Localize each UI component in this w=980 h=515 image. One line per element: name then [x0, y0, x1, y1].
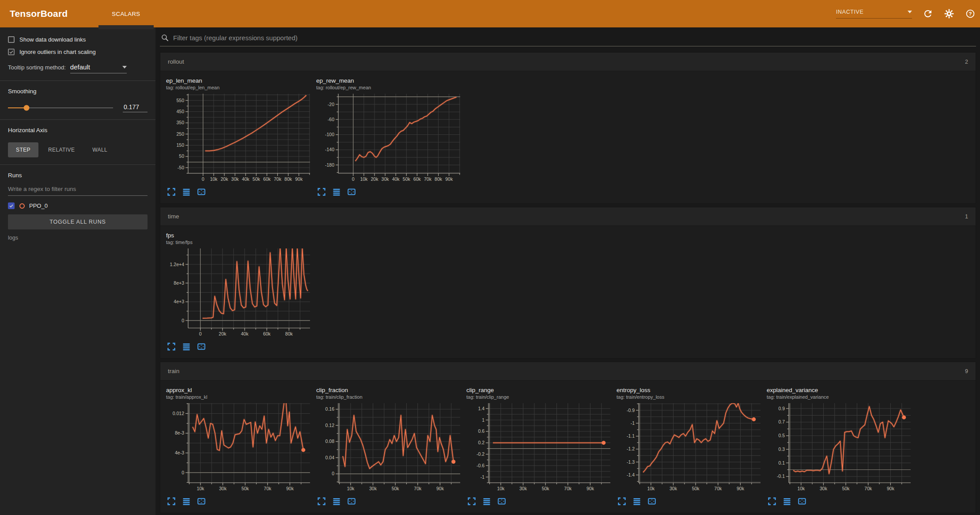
svg-text:-0.9: -0.9 — [627, 408, 635, 413]
chart-plot-fps: 04e+38e+31.2e+4020k40k60k80k — [166, 246, 313, 339]
show-download-links-label: Show data download links — [19, 36, 86, 43]
run-row-ppo0[interactable]: PPO_0 — [8, 202, 148, 209]
expand-chart-icon[interactable] — [617, 497, 626, 506]
tooltip-sorting-value: default — [70, 63, 90, 71]
tooltip-sorting-select[interactable]: default — [70, 63, 127, 73]
fit-domain-icon[interactable] — [197, 497, 206, 506]
svg-text:-60: -60 — [328, 117, 334, 122]
check-icon — [9, 203, 14, 209]
chart-tag: tag: train/entropy_loss — [617, 394, 766, 400]
show-download-links-checkbox[interactable] — [8, 36, 15, 43]
svg-text:1.2e+4: 1.2e+4 — [170, 262, 185, 267]
chart-title: ep_rew_mean — [316, 77, 465, 84]
fit-domain-icon[interactable] — [647, 497, 656, 506]
fit-domain-icon[interactable] — [347, 187, 356, 196]
expand-chart-icon[interactable] — [768, 497, 776, 506]
runs-filter-input[interactable] — [8, 184, 148, 196]
svg-text:50: 50 — [179, 153, 184, 159]
smoothing-slider[interactable] — [8, 107, 113, 108]
section-header-time[interactable]: time1 — [160, 207, 976, 226]
app-header: TensorBoard SCALARS INACTIVE — [0, 0, 980, 27]
svg-text:-100: -100 — [325, 132, 334, 137]
chart-plot-ep_rew_mean: -180-140-100-60-20010k20k30k40k50k60k70k… — [316, 91, 463, 184]
data-table-icon[interactable] — [182, 342, 191, 351]
svg-text:90k: 90k — [445, 176, 453, 182]
content-row: Show data download links Ignore outliers… — [0, 27, 980, 515]
svg-text:-50: -50 — [178, 165, 184, 170]
chart-plot-ep_len_mean: -5050150250350450550010k20k30k40k50k60k7… — [166, 91, 313, 184]
section-chart-count: 1 — [965, 214, 968, 220]
chart-toolbar — [166, 340, 315, 353]
fit-domain-icon[interactable] — [197, 342, 206, 351]
data-table-icon[interactable] — [182, 187, 191, 196]
svg-text:0: 0 — [182, 470, 184, 475]
svg-text:20k: 20k — [220, 176, 228, 182]
section-time: time1fpstag: time/fps04e+38e+31.2e+4020k… — [160, 207, 976, 359]
svg-text:30k: 30k — [369, 486, 377, 491]
expand-chart-icon[interactable] — [167, 187, 176, 196]
expand-chart-icon[interactable] — [317, 497, 326, 506]
fit-domain-icon[interactable] — [497, 497, 506, 506]
filter-tags-input[interactable] — [173, 34, 975, 42]
axis-relative-button[interactable]: RELATIVE — [40, 142, 83, 157]
smoothing-label: Smoothing — [8, 88, 148, 95]
chart-card-clip_range: clip_rangetag: train/clip_range-1-0.6-0.… — [466, 386, 616, 507]
chart-card-ep_len_mean: ep_len_meantag: rollout/ep_len_mean-5050… — [166, 77, 315, 198]
data-table-icon[interactable] — [783, 497, 791, 506]
svg-text:8e-3: 8e-3 — [175, 430, 184, 435]
reload-icon[interactable] — [923, 8, 933, 19]
gear-icon[interactable] — [944, 8, 954, 19]
fit-domain-icon[interactable] — [798, 497, 806, 506]
svg-text:250: 250 — [176, 131, 184, 137]
svg-text:40k: 40k — [392, 176, 400, 182]
svg-text:4e-3: 4e-3 — [175, 450, 184, 455]
tab-scalars-label: SCALARS — [112, 11, 140, 17]
section-header-train[interactable]: train9 — [160, 362, 976, 381]
fit-domain-icon[interactable] — [347, 497, 356, 506]
toggle-all-runs-button[interactable]: TOGGLE ALL RUNS — [8, 214, 148, 229]
svg-text:0.1: 0.1 — [778, 460, 785, 465]
sidebar: Show data download links Ignore outliers… — [0, 27, 155, 515]
ignore-outliers-checkbox[interactable] — [8, 49, 15, 55]
axis-wall-button[interactable]: WALL — [84, 142, 115, 157]
svg-text:-1.4: -1.4 — [627, 472, 635, 477]
svg-text:-1.3: -1.3 — [627, 459, 635, 465]
svg-text:30k: 30k — [231, 176, 239, 182]
ignore-outliers-checkbox-row[interactable]: Ignore outliers in chart scaling — [8, 49, 148, 55]
svg-text:8e+3: 8e+3 — [174, 280, 184, 286]
fit-domain-icon[interactable] — [197, 187, 206, 196]
tensorboard-app: TensorBoard SCALARS INACTIVE — [0, 0, 980, 515]
section-title: time — [168, 213, 179, 220]
expand-chart-icon[interactable] — [167, 497, 176, 506]
smoothing-value[interactable]: 0.177 — [123, 103, 148, 112]
section-chart-count: 9 — [965, 368, 968, 374]
smoothing-slider-handle[interactable] — [24, 105, 30, 111]
data-table-icon[interactable] — [332, 187, 341, 196]
expand-chart-icon[interactable] — [467, 497, 476, 506]
svg-text:4e+3: 4e+3 — [174, 299, 184, 304]
tab-scalars[interactable]: SCALARS — [97, 0, 155, 27]
data-table-icon[interactable] — [482, 497, 491, 506]
chart-card-entropy_loss: entropy_losstag: train/entropy_loss-1.4-… — [617, 386, 766, 507]
chart-title: approx_kl — [166, 386, 315, 394]
data-table-icon[interactable] — [632, 497, 641, 506]
section-header-rollout[interactable]: rollout2 — [160, 53, 976, 71]
svg-text:550: 550 — [176, 98, 184, 103]
expand-chart-icon[interactable] — [167, 342, 176, 351]
run-status-value: INACTIVE — [836, 9, 863, 15]
run-status-dropdown[interactable]: INACTIVE — [836, 9, 912, 19]
svg-text:0.12: 0.12 — [325, 423, 335, 428]
data-table-icon[interactable] — [332, 497, 341, 506]
run-checkbox[interactable] — [8, 202, 15, 209]
chart-card-explained_variance: explained_variancetag: train/explained_v… — [767, 386, 916, 507]
tooltip-sorting-label: Tooltip sorting method: — [8, 64, 66, 71]
svg-text:350: 350 — [176, 120, 184, 125]
svg-text:90k: 90k — [887, 486, 895, 491]
svg-text:80k: 80k — [284, 176, 292, 182]
help-icon[interactable]: ? — [965, 8, 976, 19]
axis-step-button[interactable]: STEP — [8, 142, 38, 157]
expand-chart-icon[interactable] — [317, 187, 326, 196]
svg-text:70k: 70k — [264, 486, 272, 491]
show-download-links-checkbox-row[interactable]: Show data download links — [8, 36, 148, 43]
data-table-icon[interactable] — [182, 497, 191, 506]
